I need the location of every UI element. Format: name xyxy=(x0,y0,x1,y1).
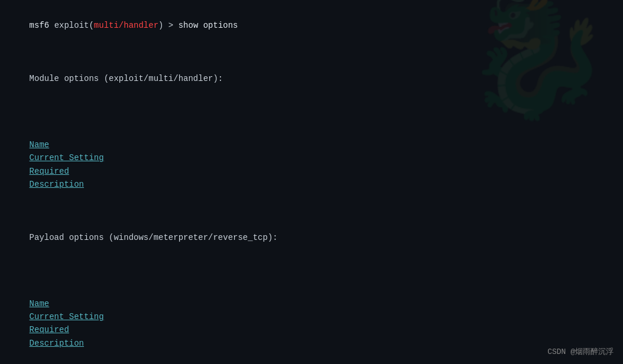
watermark: CSDN @烟雨醉沉浮 xyxy=(547,346,614,357)
col-current-2: Current Setting xyxy=(30,310,124,323)
module-name: multi/handler xyxy=(94,21,158,30)
col-required-2: Required xyxy=(30,323,83,336)
col-current-1: Current Setting xyxy=(30,151,124,164)
prompt-line-1: msf6 exploit(multi/handler) > show optio… xyxy=(9,6,614,46)
col-desc-2: Description xyxy=(30,339,84,348)
table1-header: Name Current Setting Required Descriptio… xyxy=(9,112,614,204)
exploit-close: ) > xyxy=(158,21,179,30)
command-show: show options xyxy=(179,21,238,30)
table2-header: Name Current Setting Required Descriptio… xyxy=(9,271,614,363)
blank-4 xyxy=(9,257,614,270)
blank-1 xyxy=(9,46,614,58)
exploit-text: exploit( xyxy=(54,21,94,30)
module-options-header: Module options (exploit/multi/handler): xyxy=(9,59,614,99)
col-name-1: Name xyxy=(30,138,83,151)
terminal: 🐉 msf6 exploit(multi/handler) > show opt… xyxy=(0,0,623,364)
col-name-2: Name xyxy=(30,297,83,310)
payload-options-header: Payload options (windows/meterpreter/rev… xyxy=(9,217,614,257)
msf-prefix: msf6 xyxy=(30,21,54,30)
blank-2 xyxy=(9,99,614,112)
blank-3 xyxy=(9,204,614,217)
col-required-1: Required xyxy=(30,165,83,178)
col-desc-1: Description xyxy=(30,180,84,189)
